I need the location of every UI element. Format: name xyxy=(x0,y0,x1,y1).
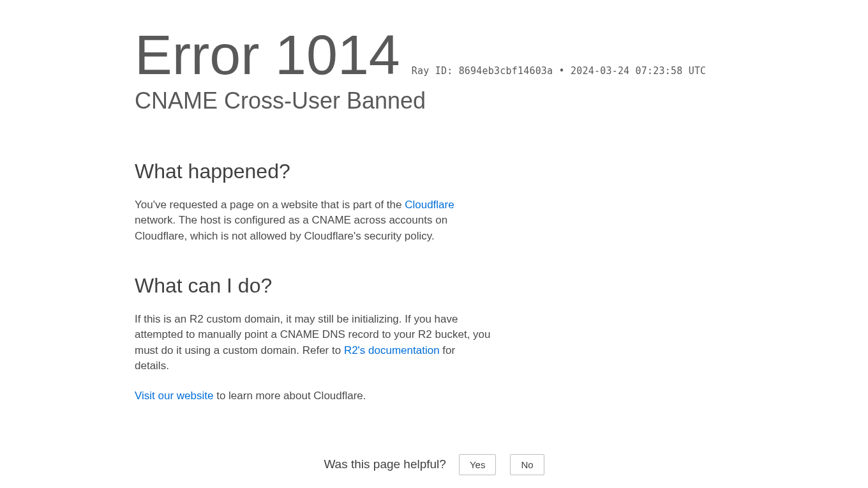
wcid-p2-after: to learn more about Cloudflare. xyxy=(213,390,366,402)
feedback-no-button[interactable]: No xyxy=(510,454,544,475)
error-subtitle: CNAME Cross-User Banned xyxy=(135,88,733,114)
section-what-can-i-do-title: What can I do? xyxy=(135,274,733,298)
section-what-happened-title: What happened? xyxy=(135,160,733,183)
cloudflare-link[interactable]: Cloudflare xyxy=(405,199,454,211)
ray-id-line: Ray ID: 8694eb3cbf14603a • 2024-03-24 07… xyxy=(412,65,707,77)
error-word: Error xyxy=(135,23,260,86)
bullet-sep: • xyxy=(559,65,565,77)
wh-text-after: network. The host is configured as a CNA… xyxy=(135,214,447,242)
ray-id-prefix: Ray ID: xyxy=(412,65,453,77)
feedback-row: Was this page helpful? Yes No xyxy=(135,454,733,475)
error-title: Error 1014 xyxy=(135,27,400,83)
wcid-para-2: Visit our website to learn more about Cl… xyxy=(135,388,492,404)
header-row: Error 1014 Ray ID: 8694eb3cbf14603a • 20… xyxy=(135,0,733,83)
ray-id-value: 8694eb3cbf14603a xyxy=(459,65,553,77)
wcid-para-1: If this is an R2 custom domain, it may s… xyxy=(135,312,492,375)
error-code-number: 1014 xyxy=(275,23,400,86)
feedback-question: Was this page helpful? xyxy=(324,457,446,471)
timestamp: 2024-03-24 07:23:58 UTC xyxy=(571,65,706,77)
wh-text-before: You've requested a page on a website tha… xyxy=(135,199,405,211)
visit-website-link[interactable]: Visit our website xyxy=(135,390,213,402)
feedback-yes-button[interactable]: Yes xyxy=(459,454,496,475)
r2-docs-link[interactable]: R2's documentation xyxy=(344,344,440,356)
section-what-happened-body: You've requested a page on a website tha… xyxy=(135,197,492,245)
